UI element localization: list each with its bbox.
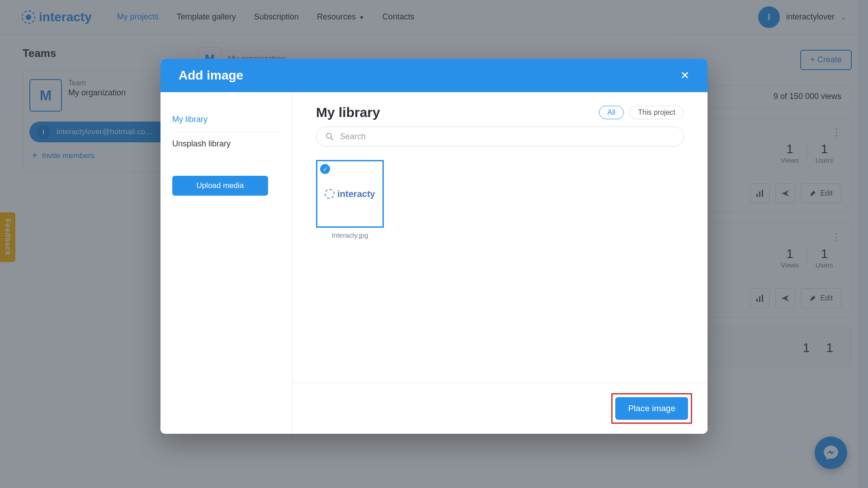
library-item-filename: Interacty.jpg — [316, 231, 384, 239]
search-icon — [326, 132, 334, 141]
filter-all[interactable]: All — [599, 106, 624, 119]
modal-header: Add image ✕ — [160, 59, 708, 92]
modal-overlay[interactable]: Add image ✕ My library Unsplash library … — [0, 0, 868, 488]
place-image-button[interactable]: Place image — [615, 397, 688, 420]
modal-footer: Place image — [292, 383, 708, 434]
modal-title: Add image — [179, 68, 243, 83]
library-heading: My library — [316, 105, 380, 120]
library-item[interactable]: ✓ interacty Interacty.jpg — [316, 160, 384, 239]
thumbnail-content: interacty — [325, 189, 375, 199]
close-icon[interactable]: ✕ — [680, 69, 689, 82]
add-image-modal: Add image ✕ My library Unsplash library … — [160, 59, 708, 434]
modal-sidebar: My library Unsplash library Upload media — [160, 92, 292, 434]
filter-this-project[interactable]: This project — [629, 106, 684, 119]
sidebar-item-unsplash[interactable]: Unsplash library — [172, 132, 280, 156]
modal-main: My library All This project ✓ — [292, 92, 708, 434]
upload-media-button[interactable]: Upload media — [172, 176, 268, 196]
library-filter: All This project — [599, 106, 684, 119]
library-thumbnail: ✓ interacty — [316, 160, 384, 228]
svg-line-7 — [331, 138, 333, 140]
search-box[interactable] — [316, 127, 684, 146]
search-input[interactable] — [340, 132, 675, 141]
highlight-annotation: Place image — [611, 393, 692, 424]
sidebar-item-my-library[interactable]: My library — [172, 108, 280, 132]
svg-point-6 — [326, 133, 331, 138]
library-gallery: ✓ interacty Interacty.jpg — [292, 155, 708, 244]
selected-check-icon: ✓ — [320, 164, 330, 174]
interacty-logo-icon — [325, 189, 335, 199]
